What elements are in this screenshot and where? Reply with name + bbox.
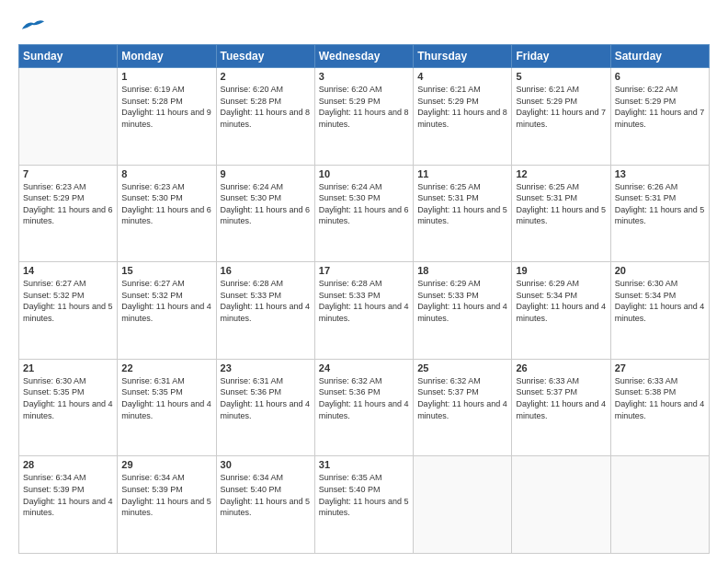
calendar-cell: 28Sunrise: 6:34 AMSunset: 5:39 PMDayligh… [19, 456, 118, 554]
cell-info: Sunrise: 6:19 AMSunset: 5:28 PMDaylight:… [121, 84, 211, 130]
logo [18, 17, 46, 35]
calendar-cell: 20Sunrise: 6:30 AMSunset: 5:34 PMDayligh… [610, 262, 709, 360]
calendar-cell: 8Sunrise: 6:23 AMSunset: 5:30 PMDaylight… [118, 165, 216, 262]
day-number: 11 [417, 168, 507, 179]
cell-info: Sunrise: 6:34 AMSunset: 5:39 PMDaylight:… [23, 472, 113, 518]
calendar-cell: 29Sunrise: 6:34 AMSunset: 5:39 PMDayligh… [118, 456, 216, 554]
day-number: 12 [516, 168, 606, 179]
cell-info: Sunrise: 6:30 AMSunset: 5:35 PMDaylight:… [23, 375, 113, 421]
calendar-cell [610, 456, 709, 554]
calendar-header-wednesday: Wednesday [314, 45, 413, 68]
cell-info: Sunrise: 6:23 AMSunset: 5:29 PMDaylight:… [23, 181, 113, 227]
calendar-week-3: 21Sunrise: 6:30 AMSunset: 5:35 PMDayligh… [19, 359, 710, 456]
cell-info: Sunrise: 6:23 AMSunset: 5:30 PMDaylight:… [121, 181, 211, 227]
day-number: 8 [121, 168, 211, 179]
calendar-header-row: SundayMondayTuesdayWednesdayThursdayFrid… [19, 45, 710, 68]
calendar-cell: 22Sunrise: 6:31 AMSunset: 5:35 PMDayligh… [118, 359, 216, 456]
cell-info: Sunrise: 6:20 AMSunset: 5:29 PMDaylight:… [319, 84, 409, 130]
day-number: 24 [319, 362, 409, 373]
day-number: 2 [221, 71, 311, 82]
cell-info: Sunrise: 6:28 AMSunset: 5:33 PMDaylight:… [319, 278, 409, 324]
calendar-cell: 16Sunrise: 6:28 AMSunset: 5:33 PMDayligh… [216, 262, 314, 360]
cell-info: Sunrise: 6:22 AMSunset: 5:29 PMDaylight:… [615, 84, 705, 130]
cell-info: Sunrise: 6:27 AMSunset: 5:32 PMDaylight:… [23, 278, 113, 324]
calendar-cell: 18Sunrise: 6:29 AMSunset: 5:33 PMDayligh… [414, 262, 512, 360]
day-number: 5 [516, 71, 606, 82]
day-number: 27 [615, 362, 705, 373]
cell-info: Sunrise: 6:30 AMSunset: 5:34 PMDaylight:… [615, 278, 705, 324]
cell-info: Sunrise: 6:21 AMSunset: 5:29 PMDaylight:… [417, 84, 507, 130]
day-number: 28 [23, 459, 113, 470]
day-number: 25 [417, 362, 507, 373]
calendar-header-monday: Monday [118, 45, 216, 68]
calendar-cell: 27Sunrise: 6:33 AMSunset: 5:38 PMDayligh… [610, 359, 709, 456]
cell-info: Sunrise: 6:20 AMSunset: 5:28 PMDaylight:… [221, 84, 311, 130]
cell-info: Sunrise: 6:32 AMSunset: 5:37 PMDaylight:… [417, 375, 507, 421]
calendar-cell: 7Sunrise: 6:23 AMSunset: 5:29 PMDaylight… [19, 165, 118, 262]
calendar-cell: 11Sunrise: 6:25 AMSunset: 5:31 PMDayligh… [414, 165, 512, 262]
cell-info: Sunrise: 6:29 AMSunset: 5:33 PMDaylight:… [417, 278, 507, 324]
page: SundayMondayTuesdayWednesdayThursdayFrid… [0, 0, 728, 563]
calendar-header-sunday: Sunday [19, 45, 118, 68]
calendar-week-4: 28Sunrise: 6:34 AMSunset: 5:39 PMDayligh… [19, 456, 710, 554]
bird-icon [20, 17, 46, 35]
cell-info: Sunrise: 6:31 AMSunset: 5:36 PMDaylight:… [221, 375, 311, 421]
day-number: 22 [121, 362, 211, 373]
cell-info: Sunrise: 6:34 AMSunset: 5:39 PMDaylight:… [121, 472, 211, 518]
calendar-header-thursday: Thursday [414, 45, 512, 68]
cell-info: Sunrise: 6:31 AMSunset: 5:35 PMDaylight:… [121, 375, 211, 421]
cell-info: Sunrise: 6:34 AMSunset: 5:40 PMDaylight:… [221, 472, 311, 518]
header [18, 17, 710, 35]
day-number: 7 [23, 168, 113, 179]
cell-info: Sunrise: 6:33 AMSunset: 5:38 PMDaylight:… [615, 375, 705, 421]
day-number: 26 [516, 362, 606, 373]
calendar-cell: 2Sunrise: 6:20 AMSunset: 5:28 PMDaylight… [216, 68, 314, 166]
day-number: 16 [221, 265, 311, 276]
day-number: 14 [23, 265, 113, 276]
day-number: 20 [615, 265, 705, 276]
cell-info: Sunrise: 6:27 AMSunset: 5:32 PMDaylight:… [121, 278, 211, 324]
cell-info: Sunrise: 6:24 AMSunset: 5:30 PMDaylight:… [221, 181, 311, 227]
calendar-cell: 10Sunrise: 6:24 AMSunset: 5:30 PMDayligh… [314, 165, 413, 262]
day-number: 1 [121, 71, 211, 82]
cell-info: Sunrise: 6:33 AMSunset: 5:37 PMDaylight:… [516, 375, 606, 421]
day-number: 23 [221, 362, 311, 373]
day-number: 10 [319, 168, 409, 179]
calendar-cell: 6Sunrise: 6:22 AMSunset: 5:29 PMDaylight… [610, 68, 709, 166]
calendar-cell: 17Sunrise: 6:28 AMSunset: 5:33 PMDayligh… [314, 262, 413, 360]
day-number: 18 [417, 265, 507, 276]
day-number: 15 [121, 265, 211, 276]
cell-info: Sunrise: 6:25 AMSunset: 5:31 PMDaylight:… [417, 181, 507, 227]
calendar-cell: 30Sunrise: 6:34 AMSunset: 5:40 PMDayligh… [216, 456, 314, 554]
day-number: 31 [319, 459, 409, 470]
calendar-cell: 5Sunrise: 6:21 AMSunset: 5:29 PMDaylight… [512, 68, 610, 166]
cell-info: Sunrise: 6:29 AMSunset: 5:34 PMDaylight:… [516, 278, 606, 324]
calendar-week-1: 7Sunrise: 6:23 AMSunset: 5:29 PMDaylight… [19, 165, 710, 262]
calendar-cell: 21Sunrise: 6:30 AMSunset: 5:35 PMDayligh… [19, 359, 118, 456]
day-number: 29 [121, 459, 211, 470]
day-number: 6 [615, 71, 705, 82]
calendar-header-friday: Friday [512, 45, 610, 68]
day-number: 30 [221, 459, 311, 470]
calendar-cell: 19Sunrise: 6:29 AMSunset: 5:34 PMDayligh… [512, 262, 610, 360]
calendar-cell: 12Sunrise: 6:25 AMSunset: 5:31 PMDayligh… [512, 165, 610, 262]
calendar-cell: 9Sunrise: 6:24 AMSunset: 5:30 PMDaylight… [216, 165, 314, 262]
cell-info: Sunrise: 6:26 AMSunset: 5:31 PMDaylight:… [615, 181, 705, 227]
calendar-cell: 4Sunrise: 6:21 AMSunset: 5:29 PMDaylight… [414, 68, 512, 166]
calendar-cell: 25Sunrise: 6:32 AMSunset: 5:37 PMDayligh… [414, 359, 512, 456]
cell-info: Sunrise: 6:35 AMSunset: 5:40 PMDaylight:… [319, 472, 409, 518]
calendar-cell: 14Sunrise: 6:27 AMSunset: 5:32 PMDayligh… [19, 262, 118, 360]
calendar-cell: 3Sunrise: 6:20 AMSunset: 5:29 PMDaylight… [314, 68, 413, 166]
calendar-table: SundayMondayTuesdayWednesdayThursdayFrid… [18, 44, 710, 554]
day-number: 21 [23, 362, 113, 373]
calendar-cell: 15Sunrise: 6:27 AMSunset: 5:32 PMDayligh… [118, 262, 216, 360]
calendar-cell: 13Sunrise: 6:26 AMSunset: 5:31 PMDayligh… [610, 165, 709, 262]
calendar-cell: 1Sunrise: 6:19 AMSunset: 5:28 PMDaylight… [118, 68, 216, 166]
calendar-header-saturday: Saturday [610, 45, 709, 68]
cell-info: Sunrise: 6:24 AMSunset: 5:30 PMDaylight:… [319, 181, 409, 227]
cell-info: Sunrise: 6:28 AMSunset: 5:33 PMDaylight:… [221, 278, 311, 324]
calendar-cell: 24Sunrise: 6:32 AMSunset: 5:36 PMDayligh… [314, 359, 413, 456]
calendar-cell: 23Sunrise: 6:31 AMSunset: 5:36 PMDayligh… [216, 359, 314, 456]
day-number: 3 [319, 71, 409, 82]
cell-info: Sunrise: 6:32 AMSunset: 5:36 PMDaylight:… [319, 375, 409, 421]
